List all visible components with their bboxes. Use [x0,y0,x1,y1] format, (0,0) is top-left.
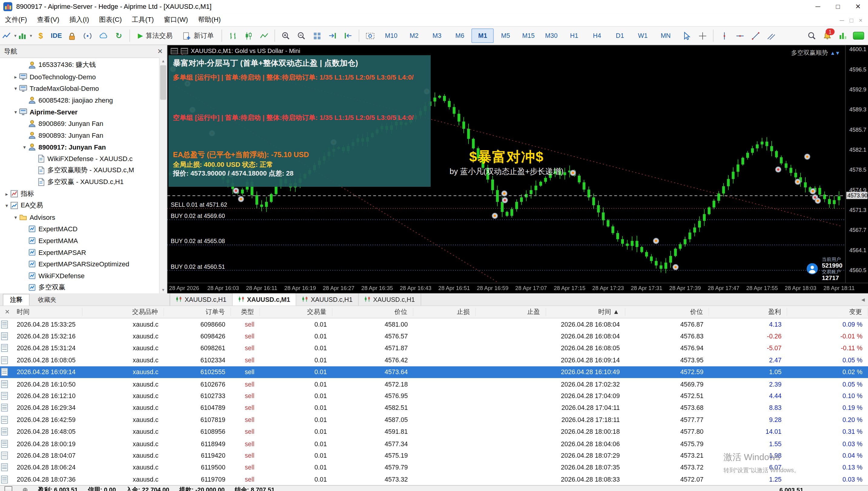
table-row[interactable]: 2026.04.28 16:08:05xauusd.c6102334sell0.… [0,354,868,366]
navigator-item[interactable]: 多空双赢 [0,282,160,293]
navigator-item[interactable]: ▸DooTechnology-Demo [0,71,160,83]
tree-collapse-icon[interactable]: ▾ [12,214,19,220]
navigator-item[interactable]: 8900893: Junyan Fan [0,129,160,141]
tree-expand-icon[interactable]: ▸ [12,74,19,79]
menu-item-w[interactable]: 窗口(W) [159,13,193,26]
timeframe-button-m1[interactable]: M1 [472,28,494,43]
child-close-button[interactable]: × [859,16,863,23]
chart-tab-1[interactable]: XAUUSD.c,M1 [232,293,297,306]
chart-tab-0[interactable]: XAUUSD.c,H1 [170,293,232,306]
cloud-button[interactable] [96,28,111,43]
navigator-item[interactable]: ▸指标 [0,188,160,200]
timeframe-button-h1[interactable]: H1 [563,28,585,43]
timeframe-button-m6[interactable]: M6 [449,28,471,43]
column-header-1[interactable]: 时间 [15,308,83,316]
cursor-tool-button[interactable] [680,28,694,43]
column-header-3[interactable]: 订单号 [164,308,231,316]
screenshot-button[interactable] [363,28,377,43]
ide-button[interactable]: IDE [49,28,64,43]
table-row[interactable]: 2026.04.28 16:09:14xauusd.c6102555sell0.… [0,366,868,378]
column-header-7[interactable]: 止损 [413,308,476,316]
table-row[interactable]: 2026.04.28 15:33:25xauusd.c6098660sell0.… [0,318,868,330]
crosshair-tool-button[interactable] [695,28,710,43]
scroll-down-icon[interactable]: ▼ [160,286,167,293]
chart-tab-2[interactable]: XAUUSD.c,H1 [296,293,359,306]
table-row[interactable]: 2026.04.28 18:00:19xauusd.c6118949sell0.… [0,438,868,450]
table-row[interactable]: 2026.04.28 16:48:05xauusd.c6108956sell0.… [0,426,868,437]
line-chart-mode-button[interactable] [257,28,271,43]
navigator-item[interactable]: ▾Aiprime-Server [0,106,160,118]
zoom-in-button[interactable] [279,28,293,43]
tab-scroll-left-icon[interactable]: ◀ [858,293,868,306]
menu-item-v[interactable]: 查看(V) [32,13,64,26]
vertical-line-tool[interactable] [717,28,731,43]
chart-shift-button[interactable] [325,28,340,43]
tree-collapse-icon[interactable]: ▾ [3,203,10,208]
table-row[interactable]: 2026.04.28 15:31:24xauusd.c6098261sell0.… [0,342,868,354]
candlestick-mode-button[interactable] [241,28,256,43]
column-header-5[interactable]: 交易量 [260,308,332,316]
timeframe-button-mn[interactable]: MN [654,28,677,43]
navigator-item[interactable]: 8900869: Junyan Fan [0,118,160,129]
table-row[interactable]: 2026.04.28 18:06:24xauusd.c6119500sell0.… [0,462,868,473]
menu-item-c[interactable]: 图表(C) [94,13,127,26]
column-header-9[interactable]: 时间 ▲ [546,308,625,316]
navigator-tab-active[interactable]: 注释 [3,294,29,306]
column-header-6[interactable]: 价位 [333,308,413,316]
price-axis[interactable]: 4600.14596.54592.94589.34585.74582.14578… [845,45,868,283]
navigator-item[interactable]: WikiFXDefense [0,270,160,282]
menu-item-i[interactable]: 插入(I) [64,13,94,26]
tree-collapse-icon[interactable]: ▾ [12,86,19,91]
horizontal-line-tool[interactable] [733,28,747,43]
tree-collapse-icon[interactable]: ▾ [12,109,19,114]
channel-tool[interactable] [764,28,778,43]
scrollbar-thumb[interactable] [160,65,166,100]
bar-chart-mode-button[interactable] [226,28,240,43]
table-row[interactable]: 2026.04.28 15:32:16xauusd.c6098426sell0.… [0,330,868,342]
navigator-item[interactable]: ▾EA交易 [0,200,160,211]
navigator-item[interactable]: ▾Advisors [0,211,160,223]
search-button[interactable] [804,28,819,43]
new-order-button[interactable]: 新订单 [178,28,218,43]
time-axis[interactable]: 28 Apr 202628 Apr 16:0328 Apr 16:1128 Ap… [167,283,868,293]
table-row[interactable]: 2026.04.28 16:12:10xauusd.c6102733sell0.… [0,390,868,402]
add-icon[interactable]: ⊕ [22,486,28,491]
market-watch-button[interactable] [836,28,850,43]
community-button[interactable]: ↻ [111,28,126,43]
chart-type-button[interactable]: ▾ [2,28,17,43]
navigator-item[interactable]: 165337436: 赚大钱 [0,59,160,71]
child-minimize-button[interactable]: ─ [840,16,844,23]
column-header-8[interactable]: 止盈 [476,308,546,316]
minimize-button[interactable]: ─ [808,0,828,13]
timeframe-button-m10[interactable]: M10 [380,28,402,43]
navigator-item[interactable]: ▾8900917: Junyan Fan [0,141,160,153]
chart-area[interactable]: XAUUSD.c,M1: Gold vs US Dollar - Mini 暴富… [167,45,868,293]
close-button[interactable]: ✕ [848,0,868,13]
table-row[interactable]: 2026.04.28 18:07:36xauusd.c6119709sell0.… [0,473,868,485]
timeframe-button-d1[interactable]: D1 [609,28,631,43]
navigator-tab-inactive[interactable]: 收藏夹 [31,294,64,306]
panel-toggle-icon[interactable] [4,486,12,491]
column-header-2[interactable]: 交易品种 [83,308,164,316]
tree-collapse-icon[interactable]: ▾ [21,144,28,149]
maximize-button[interactable]: □ [828,0,848,13]
timeframe-button-m5[interactable]: M5 [494,28,517,43]
menu-item-t[interactable]: 工具(T) [127,13,159,26]
navigator-item[interactable]: 多空双赢 - XAUUSD.c,H1 [0,176,160,188]
navigator-scrollbar[interactable]: ▲ ▼ [159,58,167,293]
navigator-close-icon[interactable]: ✕ [157,48,163,55]
navigator-item[interactable]: ▾TradeMaxGlobal-Demo [0,83,160,94]
navigator-item[interactable]: 多空双赢顺势 - XAUUSD.c,M [0,164,160,176]
chart-profile-button[interactable]: ▾ [18,28,32,43]
navigator-item[interactable]: ExpertMACD [0,223,160,235]
menu-item-h[interactable]: 帮助(H) [193,13,226,26]
table-row[interactable]: 2026.04.28 18:04:07xauusd.c6119420sell0.… [0,450,868,461]
navigator-item[interactable]: WikiFXDefense - XAUUSD.c [0,153,160,165]
auto-scroll-button[interactable] [341,28,356,43]
zoom-out-button[interactable] [294,28,309,43]
market-depth-button[interactable] [80,28,95,43]
chart-tab-3[interactable]: XAUUSD.c,H1 [359,293,421,306]
navigator-item[interactable]: ExpertMAPSAR [0,247,160,258]
timeframe-button-w1[interactable]: W1 [632,28,654,43]
navigator-item[interactable]: 60085428: jiaojiao zheng [0,94,160,106]
